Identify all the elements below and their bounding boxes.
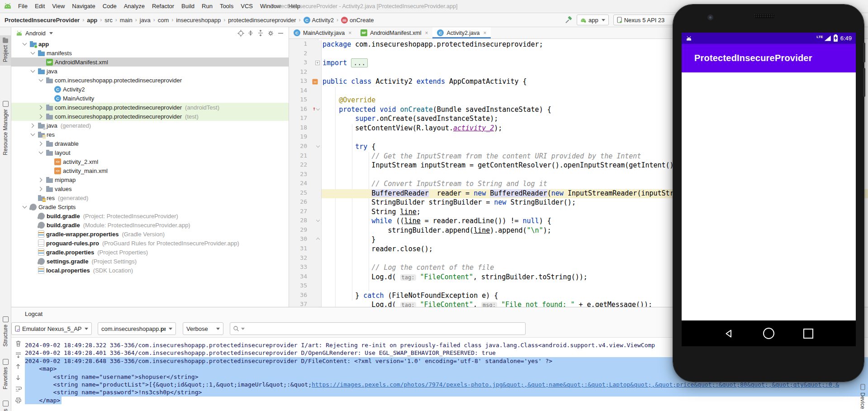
editor-tab-Activity2.java[interactable]: CActivity2.java×	[432, 27, 491, 38]
emulator-power-button[interactable]	[863, 43, 865, 62]
breadcrumb-item[interactable]: insecureshopapp	[176, 17, 221, 24]
settings-gear-icon[interactable]	[267, 29, 274, 37]
recents-button[interactable]	[803, 329, 813, 339]
chevron-open-icon[interactable]	[21, 41, 28, 48]
chevron-closed-icon[interactable]	[38, 113, 44, 120]
tree-row[interactable]: gradle.properties(Project Properties)	[11, 248, 289, 257]
tree-row[interactable]: build.gradle(Module: ProtectedInsecurePr…	[11, 220, 289, 229]
fold-marker[interactable]	[316, 144, 320, 148]
tree-row[interactable]: java(generated)	[11, 121, 289, 130]
chevron-open-icon[interactable]	[38, 77, 44, 84]
clear-logcat-icon[interactable]	[14, 339, 22, 348]
logcat-device-select[interactable]: Emulator Nexus_5_API_23 Andro	[11, 322, 92, 335]
menu-run[interactable]: Run	[198, 0, 216, 13]
tree-row[interactable]: CActivity2	[11, 85, 289, 94]
breadcrumb-item[interactable]: protectedinsecureprovider	[228, 17, 296, 24]
tool-strip-structure[interactable]: Structure	[0, 314, 11, 347]
tool-strip-build-variants[interactable]: Build Variants	[0, 398, 11, 411]
tree-row[interactable]: values	[11, 184, 289, 193]
logcat-level-select[interactable]: Verbose	[183, 322, 223, 335]
breadcrumb-item[interactable]: java	[140, 17, 151, 24]
build-hammer-icon[interactable]	[564, 16, 572, 24]
logcat-package-select[interactable]: com.insecureshopapp.protectedins	[98, 322, 176, 335]
tree-row[interactable]: app	[11, 39, 289, 48]
menu-file[interactable]: File	[14, 0, 31, 13]
menu-build[interactable]: Build	[178, 0, 198, 13]
chevron-open-icon[interactable]	[29, 50, 36, 57]
tree-row[interactable]: CMainActivity	[11, 94, 289, 103]
device-file-explorer-tab[interactable]: Device File Explorer	[858, 384, 868, 411]
chevron-closed-icon[interactable]	[38, 177, 44, 183]
breadcrumb-item[interactable]: main	[120, 17, 133, 24]
tree-row[interactable]: layout	[11, 148, 289, 157]
close-tab-icon[interactable]: ×	[348, 30, 351, 36]
tree-row[interactable]: <>activity_2.xml	[11, 157, 289, 166]
fold-marker[interactable]	[316, 237, 320, 241]
chevron-open-icon[interactable]	[38, 149, 44, 156]
tree-row[interactable]: local.properties(SDK Location)	[11, 266, 289, 275]
tree-row[interactable]: Gradle Scripts	[11, 202, 289, 211]
menu-tools[interactable]: Tools	[216, 0, 237, 13]
project-view-select[interactable]: Android	[25, 30, 46, 37]
tool-strip-project[interactable]: Project	[0, 35, 11, 66]
tree-row[interactable]: build.gradle(Project: ProtectedInsecureP…	[11, 211, 289, 220]
down-stack-trace-icon[interactable]	[14, 373, 22, 382]
tree-row[interactable]: manifests	[11, 48, 289, 57]
chevron-closed-icon[interactable]	[38, 104, 44, 111]
breadcrumb-item[interactable]: src	[104, 17, 112, 24]
collapse-all-icon[interactable]	[257, 29, 264, 37]
tree-row[interactable]: com.insecureshopapp.protectedinsecurepro…	[11, 112, 289, 121]
close-tab-icon[interactable]: ×	[425, 30, 428, 36]
chevron-open-icon[interactable]	[21, 204, 28, 210]
chevron-closed-icon[interactable]	[38, 140, 44, 147]
fold-marker[interactable]	[316, 219, 320, 222]
close-tab-icon[interactable]: ×	[483, 30, 486, 36]
log-line[interactable]: </map>	[25, 397, 868, 404]
tree-row[interactable]: drawable	[11, 139, 289, 148]
scroll-to-end-icon[interactable]	[14, 351, 22, 359]
fold-marker[interactable]: +	[315, 61, 320, 65]
run-config-select[interactable]: app	[577, 14, 609, 25]
expand-all-icon[interactable]	[247, 29, 254, 37]
chevron-closed-icon[interactable]	[38, 186, 44, 192]
back-button[interactable]	[724, 329, 734, 339]
tree-row[interactable]: res	[11, 130, 289, 139]
hide-tool-window-icon[interactable]	[277, 29, 284, 37]
menu-refactor[interactable]: Refactor	[148, 0, 178, 13]
breadcrumb-item[interactable]: ProtectedInsecureProvider	[5, 17, 80, 24]
chevron-open-icon[interactable]	[29, 131, 36, 138]
soft-wrap-icon[interactable]	[14, 385, 22, 393]
emulator-volume-button[interactable]	[863, 68, 865, 97]
home-button[interactable]	[763, 328, 774, 339]
menu-navigate[interactable]: Navigate	[68, 0, 99, 13]
tool-strip-resource-manager[interactable]: Resource Manager	[0, 99, 11, 155]
tree-row[interactable]: proguard-rules.pro(ProGuard Rules for Pr…	[11, 239, 289, 248]
tree-row[interactable]: <>activity_main.xml	[11, 166, 289, 175]
menu-view[interactable]: View	[48, 0, 68, 13]
chevron-open-icon[interactable]	[29, 68, 36, 75]
overriding-method-icon[interactable]: ↑	[313, 105, 316, 112]
tree-row[interactable]: java	[11, 67, 289, 76]
tree-row[interactable]: gradle-wrapper.properties(Gradle Version…	[11, 229, 289, 239]
tool-strip-favorites[interactable]: Favorites	[0, 357, 11, 389]
editor-tab-AndroidManifest.xml[interactable]: MFAndroidManifest.xml×	[356, 27, 432, 38]
menu-edit[interactable]: Edit	[31, 0, 48, 13]
chevron-closed-icon[interactable]	[29, 122, 36, 129]
locate-file-icon[interactable]	[237, 29, 244, 37]
fold-marker[interactable]	[316, 107, 320, 111]
up-stack-trace-icon[interactable]	[14, 362, 22, 370]
tree-row[interactable]: com.insecureshopapp.protectedinsecurepro…	[11, 76, 289, 85]
tree-row[interactable]: settings.gradle(Project Settings)	[11, 257, 289, 266]
print-icon[interactable]	[14, 396, 22, 404]
logcat-search-input[interactable]	[230, 322, 526, 335]
breadcrumb-item[interactable]: CActivity2	[304, 17, 334, 24]
breadcrumb-item[interactable]: com	[158, 17, 169, 24]
tree-row[interactable]: MFAndroidManifest.xml	[11, 57, 289, 67]
log-link[interactable]: https://images.pexels.com/photos/7974/pe…	[312, 381, 839, 388]
layout-file-gutter-icon[interactable]: <>	[313, 79, 318, 85]
tree-row[interactable]: mipmap	[11, 175, 289, 184]
breadcrumb-item[interactable]: app	[87, 17, 97, 24]
editor-tab-MainActivity.java[interactable]: CMainActivity.java×	[289, 27, 356, 38]
menu-vcs[interactable]: VCS	[237, 0, 256, 13]
breadcrumb-item[interactable]: monCreate	[341, 17, 374, 24]
